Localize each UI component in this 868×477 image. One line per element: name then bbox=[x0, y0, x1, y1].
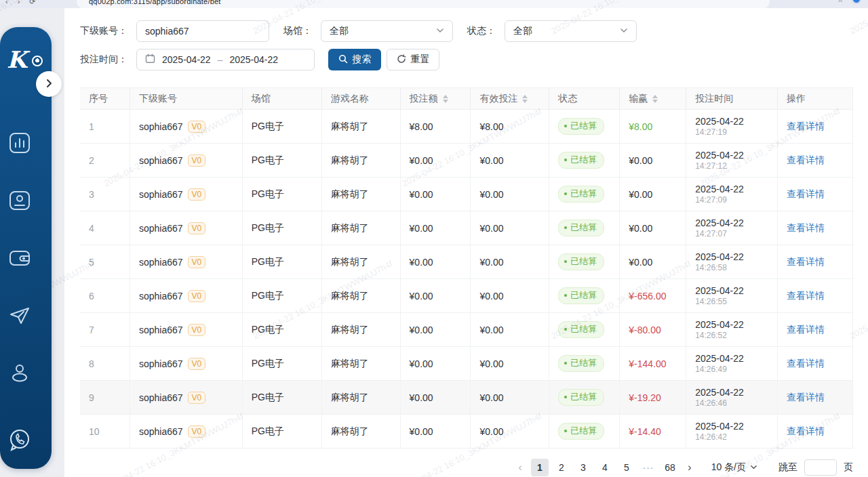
bet-date: 2025-04-22 bbox=[695, 285, 744, 297]
pagination-page-5[interactable]: 5 bbox=[618, 459, 635, 476]
phone-bubble-icon bbox=[6, 426, 33, 455]
reset-button[interactable]: 重置 bbox=[387, 49, 439, 70]
valid-bet-amount: ¥0.00 bbox=[479, 358, 503, 369]
sort-icon[interactable] bbox=[652, 95, 658, 103]
pagination-page-1[interactable]: 1 bbox=[531, 459, 549, 476]
venue-select[interactable]: 全部 bbox=[321, 20, 453, 42]
view-details-link[interactable]: 查看详情 bbox=[787, 121, 825, 133]
search-button[interactable]: 搜索 bbox=[328, 49, 381, 70]
prev-page-icon[interactable]: ‹ bbox=[515, 460, 525, 475]
page-size-value: 10 条/页 bbox=[711, 461, 746, 474]
url-text: qq002p.com:3115/app/subordinate/bet bbox=[89, 0, 221, 5]
bet-date: 2025-04-22 bbox=[695, 387, 744, 398]
view-details-link[interactable]: 查看详情 bbox=[787, 290, 825, 302]
vip-level-badge: V0 bbox=[188, 358, 206, 370]
bet-time: 14:26:46 bbox=[695, 398, 744, 408]
status-dot-icon bbox=[564, 294, 567, 297]
date-range-picker[interactable]: 2025-04-22 – 2025-04-22 bbox=[136, 49, 315, 70]
table-row: 9 sophia667 V0 PG电子 麻将胡了 ¥0.00 ¥0.00 已结算… bbox=[80, 381, 852, 415]
pagination-page-2[interactable]: 2 bbox=[553, 459, 570, 476]
row-index: 8 bbox=[89, 358, 94, 369]
jump-page-input[interactable] bbox=[804, 459, 837, 476]
account-name: sophia667 bbox=[139, 358, 183, 369]
col-header-valid-bet: 有效投注 bbox=[471, 88, 549, 109]
pagination-ellipsis[interactable]: ··· bbox=[639, 459, 657, 476]
game-name: 麻将胡了 bbox=[331, 290, 369, 302]
account-name: sophia667 bbox=[139, 257, 183, 268]
venue-name: PG电子 bbox=[252, 154, 284, 167]
table-row: 1 sophia667 V0 PG电子 麻将胡了 ¥8.00 ¥8.00 已结算… bbox=[80, 110, 852, 144]
account-name: sophia667 bbox=[139, 325, 183, 335]
table-row: 3 sophia667 V0 PG电子 麻将胡了 ¥0.00 ¥0.00 已结算… bbox=[80, 178, 852, 211]
winloss-amount: ¥0.00 bbox=[629, 155, 652, 166]
status-dot-icon bbox=[564, 226, 567, 229]
status-select[interactable]: 全部 bbox=[505, 20, 637, 42]
valid-bet-amount: ¥0.00 bbox=[479, 392, 503, 403]
reset-button-label: 重置 bbox=[411, 54, 430, 66]
status-dot-icon bbox=[564, 159, 567, 161]
row-index: 9 bbox=[89, 392, 94, 403]
app-root: K bbox=[0, 8, 868, 477]
view-details-link[interactable]: 查看详情 bbox=[787, 222, 825, 234]
account-name: sophia667 bbox=[139, 121, 183, 132]
col-header-account: 下级账号 bbox=[130, 88, 243, 109]
winloss-amount: ¥0.00 bbox=[629, 189, 652, 200]
view-details-link[interactable]: 查看详情 bbox=[787, 154, 825, 167]
view-details-link[interactable]: 查看详情 bbox=[787, 358, 825, 370]
sidebar-item-reports[interactable] bbox=[0, 115, 52, 173]
view-details-link[interactable]: 查看详情 bbox=[787, 256, 825, 268]
reload-icon[interactable]: ⟳ bbox=[29, 0, 35, 6]
valid-bet-amount: ¥0.00 bbox=[479, 189, 503, 200]
main-content: 下级账号： sophia667 场馆： 全部 状态： 全部 bbox=[64, 8, 868, 477]
sidebar-item-messages[interactable] bbox=[0, 288, 52, 346]
col-header-bet-time: 投注时间 bbox=[686, 88, 778, 109]
game-name: 麻将胡了 bbox=[331, 426, 369, 438]
sidebar-item-wallet[interactable] bbox=[0, 230, 52, 288]
sort-icon[interactable] bbox=[443, 95, 448, 103]
vip-level-badge: V0 bbox=[188, 290, 206, 302]
sidebar-item-support[interactable] bbox=[0, 403, 52, 477]
page-size-select[interactable]: 10 条/页 bbox=[711, 461, 757, 474]
vip-level-badge: V0 bbox=[188, 188, 206, 201]
browser-avatar[interactable] bbox=[852, 0, 861, 4]
sidebar-expand-button[interactable] bbox=[36, 71, 62, 97]
next-page-icon[interactable]: › bbox=[685, 460, 694, 475]
status-badge: 已结算 bbox=[558, 152, 604, 169]
status-badge: 已结算 bbox=[558, 253, 604, 270]
winloss-amount: ¥-656.00 bbox=[629, 291, 666, 302]
bet-amount: ¥0.00 bbox=[410, 189, 433, 200]
pagination-page-3[interactable]: 3 bbox=[574, 459, 592, 476]
url-bar[interactable]: qq002p.com:3115/app/subordinate/bet bbox=[77, 0, 770, 8]
winloss-amount: ¥-144.00 bbox=[629, 358, 666, 369]
back-icon[interactable]: ‹ bbox=[5, 0, 8, 6]
sidebar-item-profile[interactable] bbox=[0, 346, 52, 403]
pagination-page-68[interactable]: 68 bbox=[661, 459, 679, 476]
bet-time: 14:26:49 bbox=[695, 365, 744, 374]
bet-date: 2025-04-22 bbox=[695, 421, 744, 432]
sidebar-item-members[interactable] bbox=[0, 173, 52, 230]
view-details-link[interactable]: 查看详情 bbox=[787, 392, 825, 404]
account-input[interactable]: sophia667 bbox=[136, 20, 269, 42]
forward-icon[interactable]: › bbox=[18, 0, 20, 6]
sort-icon[interactable] bbox=[522, 95, 528, 103]
valid-bet-amount: ¥8.00 bbox=[479, 121, 503, 132]
bet-date: 2025-04-22 bbox=[695, 319, 744, 331]
bet-amount: ¥0.00 bbox=[410, 358, 433, 369]
bet-time: 14:27:19 bbox=[695, 127, 744, 137]
account-name: sophia667 bbox=[139, 189, 183, 200]
bet-time: 14:27:12 bbox=[695, 161, 744, 171]
col-header-status: 状态 bbox=[549, 88, 620, 109]
bookmark-star-icon[interactable]: ☆ bbox=[837, 0, 844, 4]
search-button-label: 搜索 bbox=[353, 54, 372, 66]
pagination-page-4[interactable]: 4 bbox=[596, 459, 614, 476]
vip-level-badge: V0 bbox=[188, 121, 206, 133]
status-text: 已结算 bbox=[570, 154, 597, 166]
vip-level-badge: V0 bbox=[188, 324, 206, 336]
winloss-amount: ¥0.00 bbox=[629, 223, 652, 234]
view-details-link[interactable]: 查看详情 bbox=[787, 188, 825, 201]
view-details-link[interactable]: 查看详情 bbox=[787, 426, 825, 438]
status-text: 已结算 bbox=[570, 188, 597, 200]
jump-label: 跳至 bbox=[778, 461, 797, 474]
view-details-link[interactable]: 查看详情 bbox=[787, 324, 825, 336]
venue-name: PG电子 bbox=[252, 290, 284, 302]
